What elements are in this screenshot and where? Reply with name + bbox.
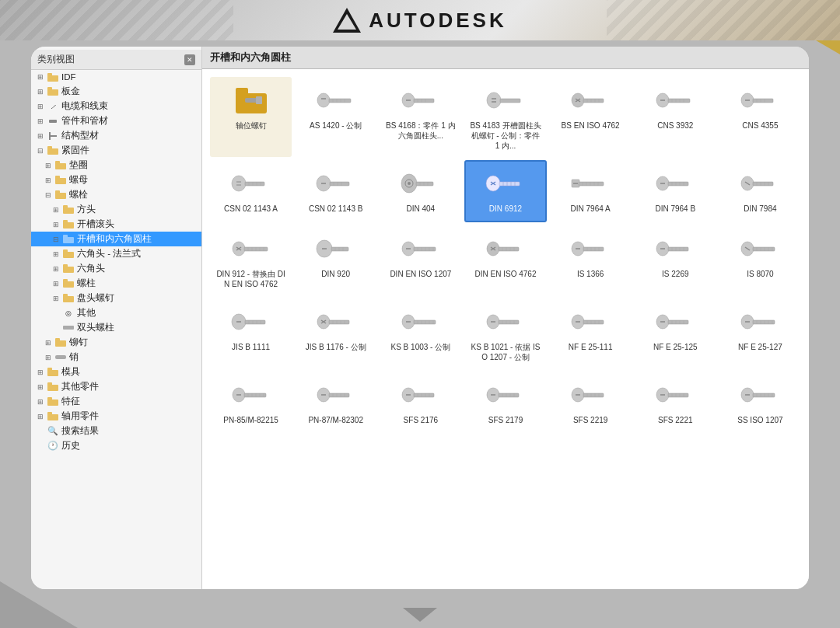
grid-item-sfs2179[interactable]: SFS 2179 bbox=[464, 372, 546, 434]
sidebar-item-banjin[interactable]: ⊞ 板金 bbox=[31, 84, 201, 99]
svg-rect-183 bbox=[753, 247, 775, 251]
svg-rect-20 bbox=[63, 220, 68, 224]
grid-item-jisb1176[interactable]: JIS B 1176 - 公制 bbox=[295, 298, 376, 368]
grid-item-is1366[interactable]: IS 1366 bbox=[550, 225, 632, 295]
sidebar-item-xiao[interactable]: ⊞ 销 bbox=[31, 350, 201, 365]
grid-item-din7964a[interactable]: DIN 7964 A bbox=[550, 160, 632, 222]
grid-item-nfe25125[interactable]: NF E 25-125 bbox=[635, 298, 716, 368]
sidebar-item-luomu[interactable]: ⊞ 螺母 bbox=[31, 173, 201, 187]
sidebar-item-fangtou[interactable]: ⊞ 方头 bbox=[31, 202, 201, 217]
svg-rect-8 bbox=[49, 132, 51, 140]
sidebar-label-xiao: 销 bbox=[69, 351, 79, 363]
expander-icon: ⊞ bbox=[37, 413, 47, 420]
item-label-sfs2176: SFS 2176 bbox=[404, 415, 438, 425]
item-icon-din7984 bbox=[740, 166, 780, 201]
fangtou-folder-icon bbox=[63, 205, 74, 214]
sidebar-item-jinjian[interactable]: ⊟ 紧固件 bbox=[31, 143, 201, 158]
grid-item-dineniso1207[interactable]: DIN EN ISO 1207 bbox=[380, 225, 461, 295]
grid-item-sfs2219[interactable]: SFS 2219 bbox=[550, 372, 632, 434]
sidebar-item-luozhu[interactable]: ⊞ 螺柱 bbox=[31, 276, 201, 291]
sidebar-item-idf[interactable]: ⊞ IDF bbox=[31, 70, 201, 84]
grid-item-cns3932[interactable]: CNS 3932 bbox=[635, 77, 716, 157]
maoding-folder-icon bbox=[55, 338, 66, 347]
grid-item-pn85m82215[interactable]: PN-85/M-82215 bbox=[210, 372, 292, 434]
sidebar-item-zhouyong[interactable]: ⊞ 轴用零件 bbox=[31, 409, 201, 424]
expander-icon: ⊞ bbox=[53, 221, 62, 229]
sidebar-item-qita2[interactable]: ◎ 其他 bbox=[31, 305, 201, 320]
sidebar-item-dianjuan[interactable]: ⊞ 垫圈 bbox=[31, 158, 201, 173]
grid-item-dineniso4762[interactable]: DIN EN ISO 4762 bbox=[464, 225, 546, 295]
sidebar-item-liujiaotou[interactable]: ⊞ 六角头 bbox=[31, 261, 201, 276]
screw-icon-bs4168 bbox=[401, 85, 441, 115]
screw-icon-dineniso4762 bbox=[485, 234, 526, 263]
sidebar-item-dianlan[interactable]: ⊞ ⟋ 电缆和线束 bbox=[31, 99, 201, 113]
screw-icon-din7964b bbox=[655, 169, 695, 198]
sidebar-item-muju[interactable]: ⊞ 模具 bbox=[31, 365, 201, 379]
grid-item-din920[interactable]: DIN 920 bbox=[295, 225, 376, 295]
svg-rect-221 bbox=[583, 320, 604, 324]
sidebar-label-pantou: 盘头螺钉 bbox=[77, 292, 114, 304]
sidebar-item-pantou[interactable]: ⊞ 盘头螺钉 bbox=[31, 291, 201, 305]
grid-item-csn021143b[interactable]: CSN 02 1143 B bbox=[295, 160, 376, 222]
grid-item-sfs2221[interactable]: SFS 2221 bbox=[635, 372, 716, 434]
sidebar-item-guanjian[interactable]: ⊞ 管件和管材 bbox=[31, 113, 201, 128]
grid-item-din6912[interactable]: DIN 6912 bbox=[464, 160, 546, 222]
svg-rect-251 bbox=[329, 393, 349, 397]
grid-item-ksb1003[interactable]: KS B 1003 - 公制 bbox=[380, 298, 461, 368]
grid-item-cns4355[interactable]: CNS 4355 bbox=[719, 77, 801, 157]
sidebar-item-jiegou[interactable]: ⊞ 结构型材 bbox=[31, 128, 201, 143]
grid-item-is2269[interactable]: IS 2269 bbox=[635, 225, 716, 295]
grid-item-nfe25111[interactable]: NF E 25-111 bbox=[550, 298, 632, 368]
item-icon-din912 bbox=[231, 232, 271, 266]
sidebar-item-tezheng[interactable]: ⊞ 特征 bbox=[31, 394, 201, 409]
screw-icon-din7984 bbox=[740, 169, 780, 198]
grid-item-ssiso1207[interactable]: SS ISO 1207 bbox=[719, 372, 801, 434]
folder-icon-tezheng bbox=[47, 396, 59, 407]
grid-item-din404[interactable]: DIN 404 bbox=[380, 160, 461, 222]
sidebar-item-kaican[interactable]: ⊞ 开槽滚头 bbox=[31, 217, 201, 232]
grid-item-nfe25127[interactable]: NF E 25-127 bbox=[719, 298, 801, 368]
grid-item-is8070[interactable]: IS 8070 bbox=[719, 225, 801, 295]
item-label-pn87m82302: PN-87/M-82302 bbox=[308, 415, 363, 425]
sidebar-item-lishi[interactable]: 🕐 历史 bbox=[31, 438, 201, 453]
grid-item-csn021143a[interactable]: CSN 02 1143 A bbox=[210, 160, 292, 222]
grid-item-jisb1111[interactable]: JIS B 1111 bbox=[210, 298, 292, 368]
sidebar-label-dianjuan: 垫圈 bbox=[69, 159, 88, 171]
grid-item-bseniso4762[interactable]: BS EN ISO 4762 bbox=[550, 77, 632, 157]
svg-rect-124 bbox=[668, 182, 688, 186]
item-label-dineniso4762: DIN EN ISO 4762 bbox=[475, 269, 537, 279]
grid-item-bs4183[interactable]: BS 4183 开槽圆柱头机螺钉 - 公制：零件 1 内... bbox=[464, 77, 546, 157]
grid-item-din7964b[interactable]: DIN 7964 B bbox=[635, 160, 716, 222]
svg-rect-265 bbox=[499, 393, 519, 397]
sidebar-item-luoshuan[interactable]: ⊟ 螺栓 bbox=[31, 187, 201, 202]
grid-item-pn87m82302[interactable]: PN-87/M-82302 bbox=[295, 372, 376, 434]
expander-icon: ⊞ bbox=[37, 383, 47, 391]
grid-item-zhouwei[interactable]: 轴位螺钉 bbox=[210, 77, 292, 157]
sidebar-item-maoding[interactable]: ⊞ 铆钉 bbox=[31, 335, 201, 350]
grid-item-sfs2176[interactable]: SFS 2176 bbox=[380, 372, 461, 434]
sidebar-item-kaicanneiliujun[interactable]: ⊟ 开槽和内六角圆柱 bbox=[31, 232, 201, 246]
grid-item-ksb1021[interactable]: KS B 1021 - 依据 ISO 1207 - 公制 bbox=[464, 298, 546, 368]
grid-item-din7984[interactable]: DIN 7984 bbox=[719, 160, 801, 222]
sidebar-item-sousuo[interactable]: 🔍 搜索结果 bbox=[31, 424, 201, 438]
screw-icon-jisb1176 bbox=[316, 307, 356, 337]
grid-item-din912[interactable]: DIN 912 - 替换由 DIN EN ISO 4762 bbox=[210, 225, 292, 295]
grid-item-as1420[interactable]: AS 1420 - 公制 bbox=[295, 77, 376, 157]
item-icon-dineniso1207 bbox=[401, 232, 441, 266]
svg-rect-28 bbox=[63, 279, 68, 283]
sidebar-close-button[interactable]: ✕ bbox=[184, 54, 195, 65]
sidebar-label-fangtou: 方头 bbox=[77, 204, 96, 215]
folder-icon-liujiaotou bbox=[62, 263, 75, 274]
sidebar-item-liujiaofalan[interactable]: ⊞ 六角头 - 法兰式 bbox=[31, 246, 201, 261]
expander-icon: ⊞ bbox=[37, 88, 47, 96]
banjin-folder-icon bbox=[47, 87, 58, 96]
svg-rect-109 bbox=[499, 182, 520, 186]
grid-item-bs4168[interactable]: BS 4168：零件 1 内六角圆柱头... bbox=[380, 77, 461, 157]
sidebar-item-qitazjian[interactable]: ⊞ 其他零件 bbox=[31, 379, 201, 394]
screw-icon-nfe25111 bbox=[570, 307, 611, 337]
item-icon-sfs2221 bbox=[655, 378, 695, 412]
folder-icon-luoshuan bbox=[54, 190, 67, 201]
sidebar-item-shuangtou[interactable]: 双头螺柱 bbox=[31, 320, 201, 335]
sidebar-label-sousuo: 搜索结果 bbox=[61, 425, 99, 437]
sidebar-label-liujiaotou: 六角头 bbox=[77, 263, 105, 274]
